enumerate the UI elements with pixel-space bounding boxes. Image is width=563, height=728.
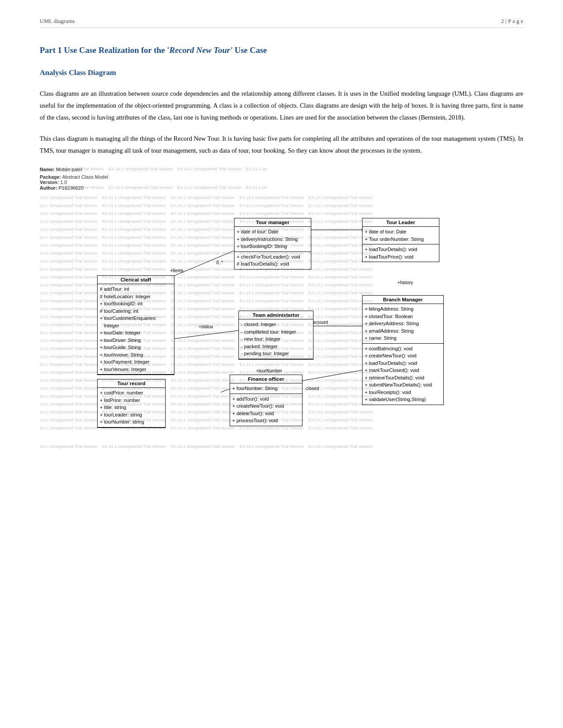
method-fo-3: +deleteTour(): void (232, 410, 300, 417)
diagram-info-package: Package: Abstract Class Model (40, 174, 523, 180)
class-attrs-tour-record: +costPrice: number +listPrice: number +t… (98, 388, 165, 428)
method-bm-5: +retrieveTourDetails(): void (365, 374, 441, 382)
diagram-name-label: Name: Mubiin patel (40, 167, 82, 172)
class-attrs-clerical-staff: #addTour: int #hotelLocation: Integer +t… (98, 284, 174, 375)
svg-text:0..*: 0..* (216, 260, 223, 265)
paragraph-2: This class diagram is managing all the t… (40, 133, 523, 157)
section-heading-section: Analysis Class Diagram (40, 68, 523, 77)
version-value: 1.0 (60, 180, 67, 185)
page-header: UML diagrams 2 | P a g e (40, 18, 523, 28)
attr-tr-4: +tourLeader: string (100, 411, 163, 419)
attr-cs-1: #addTour: int (100, 285, 172, 293)
attr-tr-2: +listPrice: number (100, 397, 163, 404)
attr-bm-4: +emailAddress: String (365, 327, 441, 335)
header-right: 2 | P a g e (501, 18, 523, 25)
attr-tour-manager-1: +date of tour: Date (237, 228, 309, 236)
class-attrs-finance-officer: +fourNumber: String (230, 383, 302, 394)
class-methods-tour-manager: +checkForTourLeader(): void #loadTourDet… (234, 252, 311, 269)
attr-cs-10: +tourPayment: Integer (100, 358, 172, 366)
attr-bm-3: +deliveryAddress: String (365, 320, 441, 327)
part-heading-section: Part 1 Use Case Realization for the 'Rec… (40, 45, 523, 55)
method-bm-4: +markTourClosed(): void (365, 367, 441, 374)
method-bm-8: +validateUser(String,String) (365, 396, 441, 403)
attr-cs-2: #hotelLocation: Integer (100, 293, 172, 300)
method-tour-manager-2: #loadTourDetails(): void (237, 260, 309, 268)
part-heading: Part 1 Use Case Realization for the 'Rec… (40, 45, 523, 55)
method-fo-2: +createNewTour(): void (232, 402, 300, 410)
svg-text:+status: +status (199, 324, 213, 329)
attr-cs-6: +tourDate: Integer (100, 329, 172, 337)
svg-text:-closed: -closed (305, 386, 319, 391)
class-title-tour-leader: Tour Leader (363, 218, 439, 227)
class-team-admin: Team administartor -closed: Integer -com… (238, 311, 314, 360)
diagram-info-author-row: EA 14.1 Unregistered Trial Version EA 14… (40, 185, 523, 193)
class-methods-finance-officer: +addTour(): void +createNewTour(): void … (230, 394, 302, 426)
uml-diagram: 14.1 Unregistered Trial Version EA 14.1 … (40, 194, 523, 441)
svg-text:+Items: +Items (170, 268, 183, 273)
class-clerical-staff: Clerical staff #addTour: int #hotelLocat… (97, 275, 174, 375)
wm-row-2: 14.1 Unregistered Trial Version EA 14.1 … (40, 202, 523, 210)
attr-cs-7: +tourDriver: String (100, 337, 172, 344)
diagram-info-block: EA 14.1 Unregistered Trial Version EA 14… (40, 166, 523, 193)
header-left: UML diagrams (40, 18, 75, 25)
version-label: Version: (40, 180, 59, 185)
bottom-wm-text: 14.1 Unregistered Trial Version EA 14.1 … (40, 444, 373, 449)
attr-tour-manager-3: +tourBookingID: String (237, 243, 309, 250)
bottom-wm-row: 14.1 Unregistered Trial Version EA 14.1 … (40, 443, 523, 450)
class-title-finance-officer: Finance officer (230, 375, 302, 383)
class-methods-tour-leader: +loadTourDetails(): void +loadTourPrice(… (363, 244, 439, 262)
attr-tr-3: +title: string (100, 404, 163, 411)
diagram-author-label: Author: P16236620 (40, 185, 83, 191)
paragraph-1: Class diagrams are an illustration betwe… (40, 88, 523, 123)
method-bm-1: +costBalmcing(): void (365, 345, 441, 353)
section-heading: Analysis Class Diagram (40, 68, 523, 77)
method-fo-1: +addTour(): void (232, 395, 300, 403)
attr-tour-manager-2: +deliveryInstructions: String (237, 236, 309, 243)
attr-tr-1: +costPrice: number (100, 389, 163, 397)
svg-line-2 (170, 249, 238, 278)
attr-ta-1: -closed: Integer (241, 321, 311, 328)
svg-text:+history: +history (397, 280, 413, 285)
method-tour-leader-1: +loadTourDetails(): void (365, 246, 437, 253)
attr-tour-leader-2: +Tour orderNumber: String (365, 236, 437, 243)
wm-row-3: 14.1 Unregistered Trial Version EA 14.1 … (40, 210, 523, 218)
attr-ta-4: -packed: Integer (241, 343, 311, 350)
attr-cs-8: +tourGuide: String (100, 344, 172, 351)
class-attrs-tour-manager: +date of tour: Date +deliveryInstruction… (234, 227, 311, 252)
method-tour-leader-2: +loadTourPrice(): void (365, 253, 437, 261)
class-title-tour-record: Tour record (98, 379, 165, 388)
package-label: Package: (40, 174, 61, 180)
package-value: Abstract Class Model (62, 174, 108, 180)
attr-ta-2: -complileted tour: Integer (241, 328, 311, 336)
class-attrs-team-admin: -closed: Integer -complileted tour: Inte… (239, 319, 313, 359)
method-bm-6: +submitNewTourDetails(): void (365, 381, 441, 389)
method-bm-7: +tourReceipts(): void (365, 389, 441, 396)
attr-cs-9: +tourInvoive: String (100, 351, 172, 359)
diagram-info-name-row: EA 14.1 Unregistered Trial Version EA 14… (40, 166, 523, 174)
class-title-branch-manager: Branch Manager (363, 296, 443, 304)
attr-tour-leader-1: +date of tour: Date (365, 228, 437, 236)
method-bm-2: +createNewTour(): void (365, 352, 441, 360)
method-tour-manager-1: +checkForTourLeader(): void (237, 253, 309, 261)
class-tour-manager: Tour manager +date of tour: Date +delive… (234, 218, 311, 270)
class-tour-record: Tour record +costPrice: number +listPric… (97, 379, 166, 428)
wm-row-1: 14.1 Unregistered Trial Version EA 14.1 … (40, 194, 523, 202)
attr-tr-5: +tourNumber: string (100, 418, 163, 426)
class-tour-leader: Tour Leader +date of tour: Date +Tour or… (362, 218, 439, 262)
diagram-name-value: Mubiin patel (56, 167, 82, 172)
class-attrs-branch-manager: +bilingAddress: String +closedTour: Bool… (363, 304, 443, 344)
page: UML diagrams 2 | P a g e Part 1 Use Case… (0, 0, 563, 728)
attr-cs-3: +tourBookingID: int (100, 300, 172, 308)
attr-cs-4: #tourCatering: int (100, 308, 172, 315)
svg-line-11 (170, 330, 238, 339)
class-title-tour-manager: Tour manager (234, 218, 311, 227)
attr-ta-3: -new tour: Integer (241, 335, 311, 343)
attr-bm-2: +closedTour: Boolean (365, 313, 441, 320)
class-branch-manager: Branch Manager +bilingAddress: String +c… (362, 295, 444, 405)
class-title-clerical-staff: Clerical staff (98, 276, 174, 284)
attr-bm-1: +bilingAddress: String (365, 305, 441, 313)
attr-cs-11: +tourVenues: Integer (100, 366, 172, 373)
class-attrs-tour-leader: +date of tour: Date +Tour orderNumber: S… (363, 227, 439, 244)
class-methods-branch-manager: +costBalmcing(): void +createNewTour(): … (363, 344, 443, 405)
method-bm-3: +loadTourDetails(): void (365, 360, 441, 367)
